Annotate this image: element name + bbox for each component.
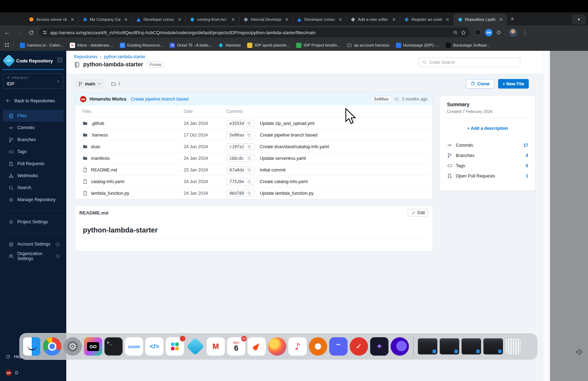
sidebar-item-commits[interactable]: Commits (3, 122, 63, 134)
tab[interactable]: Add a new softw ✕ (346, 13, 400, 25)
commit-sha-badge[interactable]: e35554 (226, 120, 255, 127)
tab[interactable]: Internal Develope ✕ (239, 13, 293, 25)
table-row[interactable]: .github 24 Jan 2024 e35554 Update zip_an… (75, 117, 433, 129)
summary-stat-tags[interactable]: Tags 0 (447, 161, 528, 171)
module-switcher-icon[interactable] (57, 57, 63, 64)
zoom-extension-icon[interactable]: zm (485, 29, 492, 36)
new-file-button[interactable]: + New File (498, 79, 529, 89)
back-to-repositories[interactable]: Back to Repositories (6, 98, 63, 103)
clone-button[interactable]: Clone (466, 79, 494, 89)
tab-close-icon[interactable]: ✕ (498, 17, 504, 22)
file-name[interactable]: .github (91, 121, 104, 126)
copy-icon[interactable] (247, 168, 251, 172)
back-button[interactable]: ← (2, 28, 12, 37)
commit-sha-badge[interactable]: 06d769 (226, 190, 255, 197)
table-row[interactable]: .harness 17 Oct 2024 5e90aa Create pipel… (75, 129, 433, 141)
copy-icon[interactable] (247, 156, 251, 161)
table-row[interactable]: README.md 23 Jan 2024 67a0da Initial com… (75, 164, 433, 176)
sidebar-item-webhooks[interactable]: Webhooks (3, 170, 63, 182)
sidebar-item-project-settings[interactable]: Project Settings (3, 216, 63, 228)
apps-grid-icon[interactable] (4, 43, 10, 48)
tab-overflow-button[interactable]: ▼ (572, 14, 586, 24)
profile-avatar[interactable] (509, 28, 517, 37)
commit-message[interactable]: Create dsas/dasd/catalog-info.yaml (260, 141, 329, 152)
tab-close-icon[interactable]: ✕ (445, 17, 451, 22)
zoom-icon[interactable]: zoom (125, 337, 143, 356)
path-root[interactable]: / (111, 81, 120, 86)
code-search-box[interactable] (419, 58, 520, 67)
insomnia-icon[interactable] (391, 337, 409, 356)
address-bar[interactable]: app.harness.io/ng/account/6_vVHzo9Qeu9fX… (39, 28, 470, 37)
tab-close-icon[interactable]: ✕ (337, 17, 343, 22)
sidebar-item-account-settings[interactable]: Account Settings (3, 238, 63, 250)
bookmark-item[interactable]: IDP sprint plannin... (244, 43, 293, 48)
new-tab-button[interactable]: + (510, 16, 514, 23)
sidebar-item-branches[interactable]: Branches (3, 134, 63, 146)
commit-sha-badge[interactable]: 67a0da (226, 167, 255, 174)
browser-menu-icon[interactable]: ⋮ (522, 29, 527, 36)
bookmark-item[interactable]: MInbox - debabrata.... (67, 43, 117, 48)
tab-close-icon[interactable]: ✕ (177, 17, 183, 22)
file-name[interactable]: dsas (91, 144, 100, 149)
copy-icon[interactable] (247, 180, 251, 184)
breadcrumb-repo[interactable]: python-lambda-starter (104, 54, 145, 59)
code-search-input[interactable] (429, 60, 517, 65)
slack-icon[interactable] (166, 337, 184, 356)
check-app-icon[interactable]: ✓ (350, 337, 368, 356)
extension-icon[interactable] (474, 29, 482, 36)
star-app-icon[interactable]: ✦ (370, 337, 388, 356)
commit-sha-badge[interactable]: c19fa1 (226, 143, 255, 150)
window-thumbnail-icon[interactable] (440, 338, 459, 355)
summary-stat-open-pull-requests[interactable]: Open Pull Requests 1 (447, 171, 528, 181)
commit-message[interactable]: Update zip_and_upload.yml (260, 117, 314, 129)
table-row[interactable]: catalog-info.yaml 24 Jun 2024 7752be Cre… (75, 176, 433, 187)
commit-sha-badge[interactable]: 1bbc8c (226, 155, 255, 162)
copy-icon[interactable] (247, 121, 251, 126)
copy-icon[interactable] (247, 145, 251, 149)
commit-message[interactable]: Create pipeline branch based (260, 129, 317, 141)
goland-icon[interactable]: GO (84, 337, 102, 356)
bookmark-item[interactable]: qa account harness (343, 43, 392, 48)
commit-sha-badge[interactable]: 5e90aa (226, 132, 255, 139)
tab[interactable]: Developer conso ✕ (293, 13, 346, 25)
summary-stat-branches[interactable]: Branches 4 (447, 150, 528, 161)
window-thumbnail-icon[interactable] (483, 338, 503, 355)
vscode-icon[interactable]: </> (145, 337, 164, 356)
sidebar-item-tags[interactable]: Tags (3, 146, 63, 158)
sidebar-item-files[interactable]: Files (3, 110, 63, 122)
file-name[interactable]: lambda_function.py (91, 191, 129, 196)
bookmark-item[interactable]: Homepage (IDP) -... (393, 43, 443, 48)
sidebar-item-search[interactable]: Search (3, 182, 63, 194)
file-name[interactable]: manifests (91, 156, 110, 161)
breadcrumb-repositories[interactable]: Repositories (74, 54, 98, 59)
tab[interactable]: Developer conso ✕ (132, 13, 185, 25)
window-thumbnail-icon[interactable] (418, 338, 437, 355)
m-app-icon[interactable]: M (207, 337, 225, 356)
chrome-icon[interactable] (43, 337, 61, 356)
table-row[interactable]: lambda_function.py 24 Jan 2024 06d769 Up… (75, 187, 433, 199)
commit-message-link[interactable]: Create pipeline branch based (131, 97, 188, 102)
tab-close-icon[interactable]: ✕ (284, 17, 290, 22)
sidebar-item-manage-repository[interactable]: Manage Repository (3, 194, 63, 206)
bookmark-item[interactable]: 75Grind 75 - A bette... (166, 43, 215, 48)
tab-close-icon[interactable]: ✕ (69, 17, 75, 22)
trash-icon[interactable] (505, 338, 521, 355)
tab[interactable]: Register an existi ✕ (400, 13, 453, 25)
scrollbar-gutter[interactable] (543, 51, 550, 381)
copy-icon[interactable] (247, 191, 251, 195)
system-settings-icon[interactable]: ⚙ (63, 337, 82, 356)
extensions-puzzle-icon[interactable] (496, 30, 501, 35)
commit-sha-badge[interactable]: 7752be (226, 178, 255, 185)
site-settings-icon[interactable] (42, 30, 47, 35)
reload-button[interactable] (26, 28, 36, 37)
sidebar-item-pull-requests[interactable]: Pull Requests (3, 158, 63, 170)
branch-selector[interactable]: main (75, 79, 105, 89)
commit-sha-badge[interactable]: 5e90aa (371, 96, 392, 103)
url-text[interactable]: app.harness.io/ng/account/6_vVHzo9Qeu9fX… (50, 30, 450, 35)
file-name[interactable]: README.md (91, 168, 117, 173)
tab-close-icon[interactable]: ✕ (230, 17, 236, 22)
zoom-out-icon[interactable] (453, 30, 458, 35)
summary-stat-commits[interactable]: Commits 17 (447, 140, 528, 150)
forward-button[interactable]: → (14, 28, 24, 37)
tab-close-icon[interactable]: ✕ (391, 17, 397, 22)
